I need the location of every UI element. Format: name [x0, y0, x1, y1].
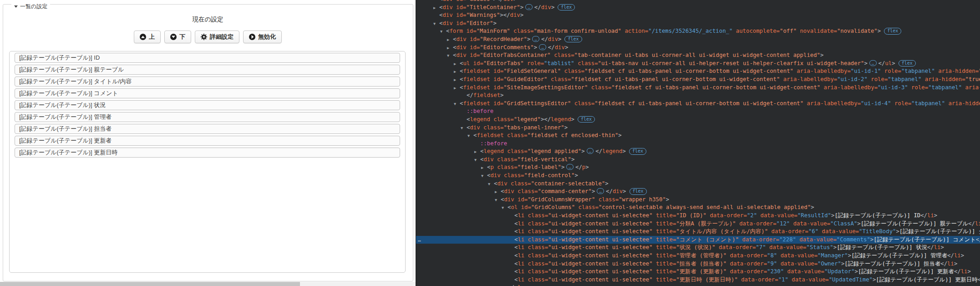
collapse-triangle-icon [14, 5, 18, 8]
collapsed-content-ellipsis[interactable]: … [587, 148, 594, 154]
expand-arrow-open-icon[interactable]: ▼ [502, 204, 508, 212]
expand-arrow-closed-icon[interactable]: ▶ [454, 76, 460, 84]
flex-badge[interactable]: flex [578, 116, 595, 123]
expand-arrow-closed-icon[interactable]: ▶ [447, 36, 453, 44]
devtools-node-line[interactable]: ▶<ul id="EditorTabs" role="tablist" clas… [416, 60, 980, 68]
collapsed-content-ellipsis[interactable]: … [566, 164, 574, 170]
devtools-node-line[interactable]: <legend class="legend"></legend>flex [416, 116, 980, 124]
devtools-node-line[interactable]: ▼<div id="GridColumnsWrapper" class="wra… [416, 196, 980, 204]
devtools-node-line[interactable]: <li class="ui-widget-content ui-selectee… [416, 252, 980, 260]
move-down-button[interactable]: 下 [164, 31, 191, 43]
page-horizontal-scrollbar[interactable] [0, 282, 416, 286]
devtools-node-line[interactable]: ▼<div class="tabs-panel-inner"> [416, 124, 980, 132]
devtools-node-line[interactable]: ▶<fieldset id="GuideEditor" class="field… [416, 76, 980, 84]
flex-badge[interactable]: flex [899, 60, 916, 67]
devtools-node-line[interactable]: ▼<div id="EditorTabsContainer" class="ta… [416, 51, 980, 60]
node-options-dots-icon[interactable]: … [418, 236, 421, 244]
devtools-node-line[interactable]: <div id="Warnings"></div> [416, 11, 980, 20]
expand-arrow-open-icon[interactable]: ▼ [495, 196, 501, 204]
expand-arrow-open-icon[interactable]: ▼ [454, 100, 460, 108]
devtools-node-line[interactable]: ▶<div id="RecordHeader">…</div>flex [416, 36, 980, 44]
gear-icon [201, 34, 207, 40]
advanced-settings-button[interactable]: 詳細設定 [195, 31, 239, 43]
devtools-node-line[interactable]: ▼<form id="MainForm" class="main-form co… [416, 27, 980, 36]
expand-arrow-open-icon[interactable]: ▼ [474, 156, 480, 164]
devtools-node-line[interactable]: ▼<div class="field-vertical"> [416, 156, 980, 164]
devtools-node-line[interactable]: </fieldset> [416, 92, 980, 100]
expand-arrow-closed-icon[interactable]: ▶ [481, 164, 487, 172]
expand-arrow-closed-icon[interactable]: ▶ [454, 68, 460, 76]
devtools-node-line[interactable]: </ol> [416, 284, 980, 286]
collapsed-content-ellipsis[interactable]: … [532, 36, 539, 42]
expand-arrow-open-icon[interactable]: ▼ [440, 28, 446, 36]
devtools-node-line[interactable]: <li class="ui-widget-content ui-selectee… [416, 228, 980, 236]
expand-arrow-closed-icon[interactable]: ▶ [474, 148, 480, 156]
grid-column-item[interactable]: [記録テーブル(子テーブル)] 親テーブル [15, 65, 400, 75]
grid-column-item[interactable]: [記録テーブル(子テーブル)] タイトル/内容 [15, 77, 400, 87]
devtools-node-line[interactable]: <li class="ui-widget-content ui-selectee… [416, 244, 980, 252]
flex-badge[interactable]: flex [564, 36, 582, 43]
grid-toolbar: 上 下 詳細設定 [0, 31, 416, 43]
devtools-node-line[interactable]: ▶<fieldset id="SiteImageSettingsEditor" … [416, 84, 980, 92]
collapsed-content-ellipsis[interactable]: … [525, 4, 533, 10]
expand-arrow-closed-icon[interactable]: ▶ [495, 188, 501, 196]
expand-arrow-closed-icon[interactable]: ▶ [454, 60, 460, 68]
devtools-node-line[interactable]: ▶<div id="EditorComments">…</div> [416, 44, 980, 52]
devtools-node-line[interactable]: ▶<legend class="legend applied">…</legen… [416, 148, 980, 156]
expand-arrow-open-icon[interactable]: ▼ [433, 20, 439, 28]
devtools-node-line[interactable]: ▶<div class="command-center">…</div>flex [416, 188, 980, 196]
devtools-node-line[interactable]: <li class="ui-widget-content ui-selectee… [416, 260, 980, 268]
expand-arrow-closed-icon[interactable]: ▶ [433, 4, 439, 12]
advanced-settings-button-label: 詳細設定 [210, 33, 234, 41]
collapsed-content-ellipsis[interactable]: … [539, 44, 546, 50]
collapsed-content-ellipsis[interactable]: … [597, 188, 604, 194]
scrollbar-thumb[interactable] [0, 282, 300, 286]
settings-page: 一覧の設定 現在の設定 上 下 [0, 0, 416, 286]
expand-arrow-open-icon[interactable]: ▼ [461, 124, 467, 133]
devtools-node-line[interactable]: ▼<fieldset id="GridSettingsEditor" class… [416, 100, 980, 108]
disable-button-label: 無効化 [258, 33, 276, 41]
expand-arrow-closed-icon[interactable]: ▶ [454, 84, 460, 92]
flex-badge[interactable]: flex [884, 28, 901, 35]
devtools-node-line[interactable]: <div id="Guides"></div> [416, 0, 980, 4]
list-settings-legend-label: 一覧の設定 [20, 3, 47, 10]
devtools-node-line[interactable]: ::before [416, 107, 980, 116]
move-up-button[interactable]: 上 [134, 31, 161, 43]
screenshot-stage: 一覧の設定 現在の設定 上 下 [0, 0, 980, 286]
expand-arrow-open-icon[interactable]: ▼ [447, 52, 453, 60]
disable-button[interactable]: 無効化 [243, 31, 282, 43]
collapsed-content-ellipsis[interactable]: … [869, 60, 877, 66]
devtools-node-line[interactable]: <li class="ui-widget-content ui-selectee… [416, 212, 980, 220]
grid-column-item[interactable]: [記録テーブル(子テーブル)] 更新者 [15, 136, 400, 146]
devtools-selected-node-line[interactable]: <li class="ui-widget-content ui-selectee… [416, 236, 980, 244]
devtools-node-line[interactable]: ▼<div class="container-selectable"> [416, 180, 980, 188]
expand-arrow-open-icon[interactable]: ▼ [481, 172, 487, 180]
grid-columns-container: [記録テーブル(子テーブル)] ID[記録テーブル(子テーブル)] 親テーブル[… [9, 51, 406, 273]
grid-column-item[interactable]: [記録テーブル(子テーブル)] コメント [15, 88, 400, 98]
grid-column-item[interactable]: [記録テーブル(子テーブル)] 状況 [15, 100, 400, 110]
move-up-button-label: 上 [149, 33, 155, 41]
grid-column-item[interactable]: [記録テーブル(子テーブル)] 更新日時 [15, 148, 400, 158]
list-settings-legend[interactable]: 一覧の設定 [11, 3, 50, 10]
devtools-node-line[interactable]: ▶<div id="TitleContainer">…</div>flex [416, 4, 980, 12]
flex-badge[interactable]: flex [630, 188, 647, 195]
devtools-node-line[interactable]: ▶<p class="field-label">…</p> [416, 163, 980, 172]
grid-columns-list: [記録テーブル(子テーブル)] ID[記録テーブル(子テーブル)] 親テーブル[… [10, 53, 405, 158]
devtools-node-line[interactable]: ▶<fieldset id="FieldSetGeneral" class="f… [416, 67, 980, 76]
devtools-node-line[interactable]: <li class="ui-widget-content ui-selectee… [416, 276, 980, 284]
devtools-node-line[interactable]: <li class="ui-widget-content ui-selectee… [416, 220, 980, 228]
devtools-node-line[interactable]: ::before [416, 140, 980, 148]
devtools-node-line[interactable]: <li class="ui-widget-content ui-selectee… [416, 268, 980, 276]
grid-column-item[interactable]: [記録テーブル(子テーブル)] 管理者 [15, 112, 400, 122]
expand-arrow-open-icon[interactable]: ▼ [467, 132, 473, 140]
devtools-node-line[interactable]: ▼<fieldset class="fieldset cf enclosed-t… [416, 132, 980, 140]
flex-badge[interactable]: flex [558, 4, 575, 11]
expand-arrow-closed-icon[interactable]: ▶ [447, 44, 453, 52]
devtools-node-line[interactable]: ▼<div id="Editor"> [416, 20, 980, 28]
grid-column-item[interactable]: [記録テーブル(子テーブル)] 担当者 [15, 124, 400, 134]
expand-arrow-open-icon[interactable]: ▼ [488, 180, 494, 189]
flex-badge[interactable]: flex [629, 148, 646, 155]
grid-column-item[interactable]: [記録テーブル(子テーブル)] ID [15, 53, 400, 63]
devtools-node-line[interactable]: ▼<div class="field-control"> [416, 172, 980, 180]
devtools-node-line[interactable]: ▼<ol id="GridColumns" class="control-sel… [416, 204, 980, 212]
